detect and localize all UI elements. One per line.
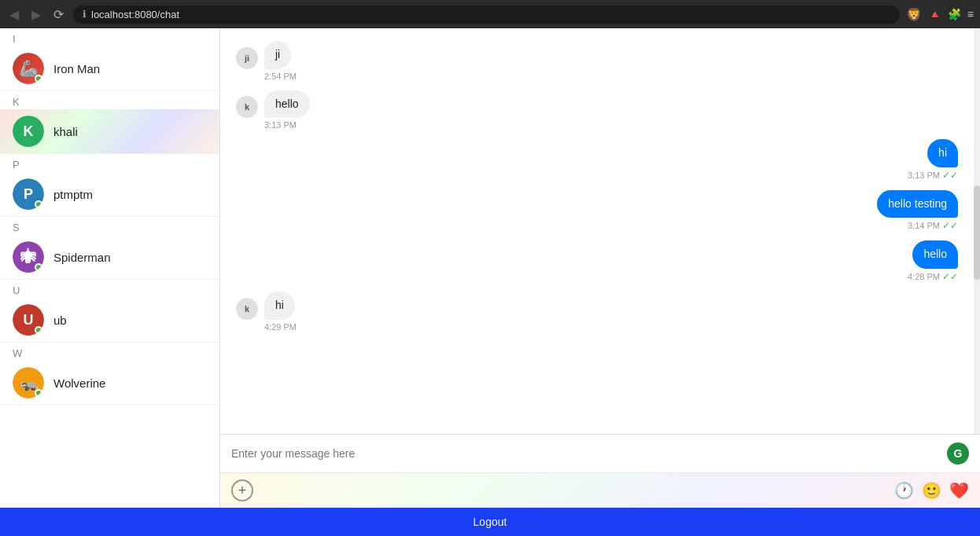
forward-button[interactable]: ▶ — [28, 6, 44, 24]
input-row: G — [220, 435, 980, 472]
bat-icon: 🔺 — [928, 8, 941, 20]
extensions-icon: 🧩 — [948, 8, 961, 20]
mini-avatar-6: k — [236, 298, 258, 320]
grammarly-icon: G — [954, 447, 963, 460]
section-label-p: P — [0, 154, 219, 172]
sidebar: I 🦾 Iron Man K K khali P P — [0, 28, 220, 508]
section-label-s: S — [0, 217, 219, 235]
section-label-k: K — [0, 91, 219, 109]
incoming-wrapper-2: k hello — [236, 90, 310, 119]
footer: Logout — [0, 508, 980, 536]
bubble-3: hi — [927, 139, 958, 167]
message-group-2: k hello 3:13 PM — [236, 90, 958, 130]
message-group-3: hi 3:13 PM ✓✓ — [236, 139, 958, 181]
clock-icon[interactable]: 🕐 — [894, 481, 914, 500]
heart-icon[interactable]: ❤️ — [949, 481, 969, 500]
check-icon-4: ✓✓ — [942, 220, 958, 231]
contact-name-spiderman: Spiderman — [53, 251, 111, 264]
section-label-u: U — [0, 280, 219, 298]
browser-chrome: ◀ ▶ ⟳ ℹ 🦁 🔺 🧩 ≡ — [0, 0, 980, 28]
bubble-4: hello testing — [877, 190, 958, 218]
sidebar-item-wolverine[interactable]: 🦡 Wolverine — [0, 361, 219, 406]
section-label-w: W — [0, 343, 219, 361]
contact-name-ub: ub — [53, 314, 67, 327]
contact-name-ptmptm: ptmptm — [53, 188, 93, 201]
scrollbar-thumb[interactable] — [974, 185, 980, 280]
lock-icon: ℹ — [83, 9, 87, 20]
incoming-wrapper-1: ji ji — [236, 41, 291, 69]
message-group-4: hello testing 3:14 PM ✓✓ — [236, 190, 958, 232]
avatar-ub: U — [13, 304, 44, 336]
message-time-3: 3:13 PM ✓✓ — [908, 170, 958, 181]
message-group-5: hello 4:28 PM ✓✓ — [236, 240, 958, 282]
check-icon-3: ✓✓ — [942, 170, 958, 181]
plus-button[interactable]: + — [231, 479, 253, 501]
bubble-1: ji — [264, 41, 291, 69]
contact-name-khali: khali — [53, 125, 78, 138]
bubble-5: hello — [912, 240, 958, 269]
incoming-wrapper-6: k hi — [236, 292, 295, 320]
address-bar-container: ℹ — [73, 6, 900, 24]
main-layout: I 🦾 Iron Man K K khali P P — [0, 28, 980, 508]
message-input[interactable] — [231, 447, 939, 460]
avatar-spiderman: 🕷 — [13, 241, 44, 273]
sidebar-item-iron-man[interactable]: 🦾 Iron Man — [0, 46, 219, 91]
sidebar-item-spiderman[interactable]: 🕷 Spiderman — [0, 235, 219, 280]
menu-icon: ≡ — [967, 8, 974, 20]
message-time-5: 4:28 PM ✓✓ — [908, 271, 958, 282]
browser-icons: 🦁 🔺 🧩 ≡ — [906, 7, 974, 22]
grammarly-button[interactable]: G — [947, 442, 969, 464]
reload-button[interactable]: ⟳ — [50, 6, 67, 24]
logout-button[interactable]: Logout — [473, 516, 507, 528]
message-group-6: k hi 4:29 PM — [236, 292, 958, 332]
message-time-6: 4:29 PM — [264, 322, 297, 332]
messages-wrapper: ji ji 2:54 PM k hello 3:13 PM — [220, 28, 980, 434]
contact-name-iron-man: Iron Man — [53, 62, 100, 75]
avatar-khali: K — [13, 116, 44, 147]
sidebar-item-ptmptm[interactable]: P ptmptm — [0, 172, 219, 217]
avatar-iron-man: 🦾 — [13, 53, 44, 84]
contact-name-wolverine: Wolverine — [53, 376, 105, 390]
messages-container: ji ji 2:54 PM k hello 3:13 PM — [220, 28, 974, 434]
brave-icon: 🦁 — [906, 7, 922, 22]
bubble-6: hi — [264, 292, 295, 320]
chat-area: ji ji 2:54 PM k hello 3:13 PM — [220, 28, 980, 508]
message-time-2: 3:13 PM — [264, 120, 297, 130]
input-area: G + 🕐 🙂 ❤️ — [220, 434, 980, 508]
avatar-wolverine: 🦡 — [13, 367, 44, 398]
message-group-1: ji ji 2:54 PM — [236, 41, 958, 81]
message-time-4: 3:14 PM ✓✓ — [908, 220, 958, 231]
message-time-1: 2:54 PM — [264, 72, 297, 81]
back-button[interactable]: ◀ — [6, 6, 22, 24]
mini-avatar-1: ji — [236, 47, 258, 69]
section-label-i: I — [0, 28, 219, 46]
mini-avatar-2: k — [236, 96, 258, 118]
sidebar-item-ub[interactable]: U ub — [0, 298, 219, 343]
toolbar-row: + 🕐 🙂 ❤️ — [220, 472, 980, 508]
bubble-2: hello — [264, 90, 310, 119]
sidebar-item-khali[interactable]: K khali — [0, 109, 219, 154]
emoji-icon[interactable]: 🙂 — [922, 481, 941, 500]
check-icon-5: ✓✓ — [942, 271, 958, 282]
avatar-ptmptm: P — [13, 178, 44, 210]
scrollbar-track[interactable] — [974, 28, 980, 434]
address-input[interactable] — [91, 9, 890, 20]
plus-icon: + — [238, 483, 247, 499]
